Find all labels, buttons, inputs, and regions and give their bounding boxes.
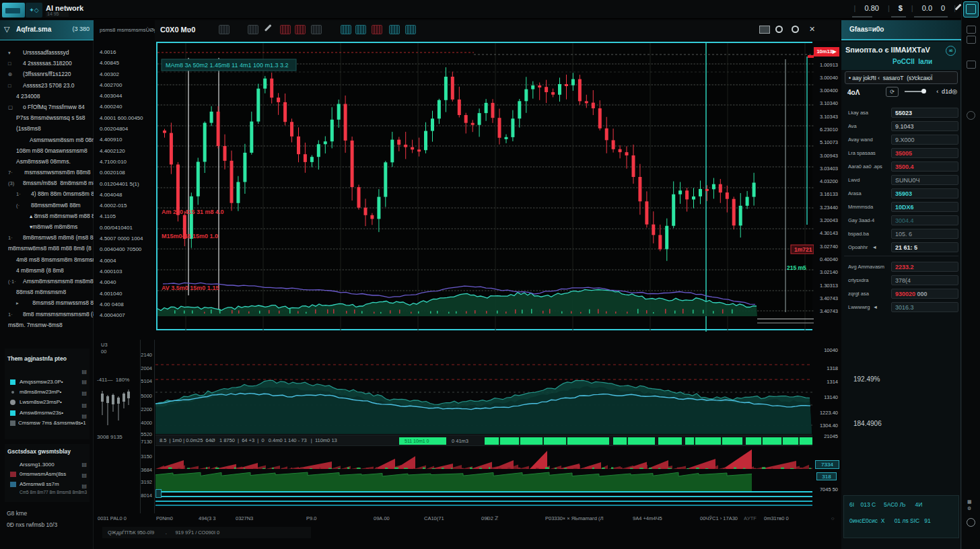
svg-text:MAm8 3ʌ 50m2 1.45m8 11 4m1 100: MAm8 3ʌ 50m2 1.45m8 11 4m1 100 m1.3 3.2: [166, 62, 288, 69]
svg-text:1m721: 1m721: [794, 246, 812, 253]
svg-text:215 m5: 215 m5: [787, 264, 806, 271]
svg-text:Am 250 415 31 m8 4.0: Am 250 415 31 m8 4.0: [162, 209, 224, 215]
svg-text:M15m0-48 15m0 1.0: M15m0-48 15m0 1.0: [162, 233, 218, 240]
svg-text:AV 3.5m0 15m0 1.15: AV 3.5m0 15m0 1.15: [162, 285, 219, 291]
